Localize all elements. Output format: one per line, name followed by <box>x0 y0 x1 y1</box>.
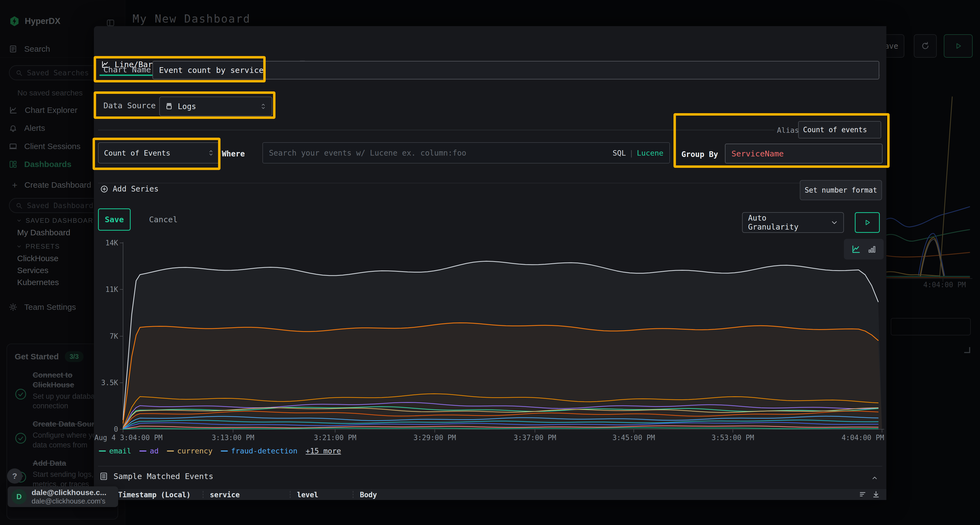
line-chart-icon[interactable] <box>851 244 861 254</box>
data-source-select[interactable]: Logs <box>159 97 272 116</box>
svg-text:3.5K: 3.5K <box>101 379 118 387</box>
column-separator[interactable] <box>203 491 204 498</box>
timeseries-chart: 03.5K7K11K14KAug 4 3:04:00 PM3:13:00 PM3… <box>94 233 886 464</box>
where-placeholder: Search your events w/ Lucene ex. column:… <box>269 149 466 157</box>
collapse-section-icon[interactable] <box>871 474 878 482</box>
svg-text:3:13:00 PM: 3:13:00 PM <box>212 434 255 442</box>
svg-text:Aug 4 3:04:00 PM: Aug 4 3:04:00 PM <box>94 434 162 442</box>
granularity-select[interactable]: Auto Granularity <box>742 212 844 233</box>
updown-chevrons-icon <box>208 149 214 156</box>
legend-item-ad[interactable]: ad <box>139 447 159 455</box>
cancel-button[interactable]: Cancel <box>147 208 180 231</box>
svg-text:0: 0 <box>114 425 118 433</box>
svg-text:7K: 7K <box>110 332 118 340</box>
divider <box>98 466 882 466</box>
divider <box>98 183 882 183</box>
svg-text:14K: 14K <box>105 239 118 247</box>
legend-label: currency <box>177 447 213 455</box>
column-separator[interactable] <box>353 491 353 498</box>
where-label: Where <box>222 149 245 158</box>
user-team: dale@clickhouse.com's <box>32 497 107 505</box>
chevron-down-icon <box>831 219 838 226</box>
add-series-button[interactable]: Add Series <box>100 184 159 194</box>
set-number-format-button[interactable]: Set number format <box>800 180 882 200</box>
play-icon <box>864 219 871 226</box>
group-by-label: Group By <box>681 150 718 159</box>
lucene-mode-toggle[interactable]: Lucene <box>637 149 663 157</box>
legend-more[interactable]: +15 more <box>306 447 341 455</box>
legend-swatch <box>221 450 228 452</box>
legend-label: email <box>109 447 131 455</box>
legend-item-fraud-detection[interactable]: fraud-detection <box>221 447 298 455</box>
download-icon[interactable] <box>872 490 880 498</box>
svg-text:3:45:00 PM: 3:45:00 PM <box>612 434 655 442</box>
column-header-service[interactable]: service <box>210 491 240 499</box>
column-header-body[interactable]: Body <box>360 491 377 499</box>
aggregation-select[interactable]: Count of Events <box>98 142 220 163</box>
edit-chart-modal: Line/BarTable123NumberSearchMarkdown Cha… <box>94 26 886 500</box>
doc-list-icon <box>99 472 108 481</box>
chart-name-label: Chart Name <box>103 65 151 74</box>
run-chart-button[interactable] <box>855 212 880 233</box>
updown-chevrons-icon <box>260 103 266 110</box>
series-connector-rule <box>98 130 775 130</box>
data-source-label: Data Source <box>103 101 156 110</box>
svg-text:4:04:00 PM: 4:04:00 PM <box>842 434 884 442</box>
legend-item-email[interactable]: email <box>99 447 131 455</box>
legend-item-currency[interactable]: currency <box>167 447 213 455</box>
bar-chart-icon[interactable] <box>867 244 876 254</box>
column-header-level[interactable]: level <box>297 491 318 499</box>
column-settings-icon[interactable] <box>859 490 867 498</box>
sample-matched-events-header[interactable]: Sample Matched Events <box>99 472 213 481</box>
legend-swatch <box>99 450 106 452</box>
user-chip[interactable]: D dale@clickhouse.c... dale@clickhouse.c… <box>8 486 118 507</box>
svg-text:3:53:00 PM: 3:53:00 PM <box>711 434 754 442</box>
svg-text:3:29:00 PM: 3:29:00 PM <box>414 434 456 442</box>
group-by-input[interactable]: ServiceName <box>725 144 883 163</box>
where-input[interactable]: Search your events w/ Lucene ex. column:… <box>262 142 670 163</box>
legend-swatch <box>167 450 174 452</box>
column-separator[interactable] <box>290 491 290 498</box>
legend-label: fraud-detection <box>231 447 298 455</box>
sql-mode-toggle[interactable]: SQL <box>612 149 626 157</box>
alias-label: Alias <box>777 126 799 134</box>
svg-text:3:21:00 PM: 3:21:00 PM <box>314 434 356 442</box>
save-button[interactable]: Save <box>98 208 130 231</box>
help-button[interactable]: ? <box>7 468 22 484</box>
chart-type-toggle[interactable] <box>844 239 884 260</box>
alias-input[interactable]: Count of events <box>798 121 881 138</box>
column-header-timestamp-local-[interactable]: Timestamp (Local) <box>118 491 191 499</box>
legend-label: ad <box>150 447 159 455</box>
chart-name-input[interactable]: Event count by service <box>153 61 879 79</box>
chart-legend: emailadcurrencyfraud-detection+15 more <box>99 447 341 455</box>
legend-swatch <box>139 450 146 452</box>
archive-icon <box>165 103 173 110</box>
svg-text:11K: 11K <box>105 285 118 293</box>
user-email: dale@clickhouse.c... <box>32 488 107 497</box>
svg-text:3:37:00 PM: 3:37:00 PM <box>514 434 557 442</box>
plus-circle-icon <box>100 185 108 193</box>
events-table-header: Timestamp (Local)servicelevelBody <box>94 489 886 500</box>
avatar: D <box>11 489 27 504</box>
